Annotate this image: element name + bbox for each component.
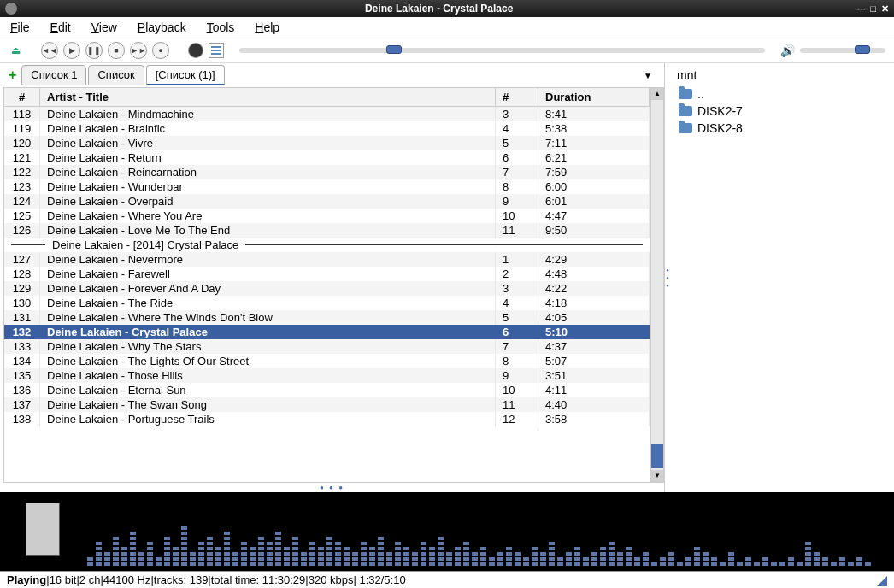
header-number[interactable]: #	[4, 88, 40, 106]
album-separator: Deine Lakaien - [2014] Crystal Palace	[4, 238, 650, 252]
stop-button[interactable]: ■	[108, 42, 125, 59]
playlist-row[interactable]: 138Deine Lakaien - Portuguese Trails123:…	[4, 412, 650, 426]
browser-item[interactable]: DISK2-7	[675, 103, 889, 120]
playlist-row[interactable]: 119Deine Lakaien - Brainfic45:38	[4, 121, 650, 136]
folder-icon	[679, 89, 692, 99]
file-browser: mnt ..DISK2-7DISK2-8	[670, 63, 894, 492]
playlist-row[interactable]: 129Deine Lakaien - Forever And A Day34:2…	[4, 281, 650, 296]
volume-thumb[interactable]	[855, 45, 870, 54]
browser-item[interactable]: ..	[675, 85, 889, 103]
playlist-row[interactable]: 125Deine Lakaien - Where You Are104:47	[4, 209, 650, 223]
playlist-row[interactable]: 118Deine Lakaien - Mindmachine38:41	[4, 107, 650, 121]
playlist-row[interactable]: 133Deine Lakaien - Why The Stars74:37	[4, 339, 650, 354]
play-button[interactable]: ▶	[63, 42, 80, 59]
playlist-row[interactable]: 122Deine Lakaien - Reincarnation77:59	[4, 165, 650, 179]
playlist-row[interactable]: 131Deine Lakaien - Where The Winds Don't…	[4, 310, 650, 325]
record-button[interactable]: ●	[152, 42, 169, 59]
playlist-row[interactable]: 132Deine Lakaien - Crystal Palace65:10	[4, 325, 650, 339]
album-art[interactable]	[26, 503, 60, 556]
close-button[interactable]: ✕	[881, 3, 889, 15]
playlist-row[interactable]: 128Deine Lakaien - Farewell24:48	[4, 267, 650, 281]
pause-button[interactable]: ❚❚	[85, 42, 103, 59]
next-button[interactable]: ►►	[130, 42, 147, 59]
playlist-row[interactable]: 124Deine Lakaien - Overpaid96:01	[4, 194, 650, 209]
folder-icon	[679, 106, 692, 116]
menubar: FileEditViewPlaybackToolsHelp	[0, 17, 894, 38]
seek-slider[interactable]	[239, 48, 765, 53]
folder-icon	[679, 123, 692, 133]
volume-icon[interactable]: 🔊	[780, 44, 795, 57]
scroll-up[interactable]: ▲	[651, 88, 663, 100]
tabs-dropdown[interactable]: ▼	[644, 71, 652, 80]
add-playlist-button[interactable]: +	[5, 68, 20, 83]
shuffle-button[interactable]	[188, 43, 203, 58]
playlist-row[interactable]: 120Deine Lakaien - Vivre57:11	[4, 136, 650, 150]
playlist-tabs: + Список 1Список[Список (1)] ▼	[0, 63, 664, 87]
playlist-row[interactable]: 136Deine Lakaien - Eternal Sun104:11	[4, 383, 650, 397]
playlist-row[interactable]: 121Deine Lakaien - Return66:21	[4, 150, 650, 165]
minimize-button[interactable]: —	[856, 3, 865, 15]
resize-grip[interactable]	[877, 576, 887, 586]
visualizer[interactable]	[0, 492, 894, 571]
playlist-tab[interactable]: Список 1	[21, 65, 86, 85]
menu-edit[interactable]: Edit	[50, 21, 71, 34]
scroll-down[interactable]: ▼	[651, 470, 663, 482]
playlist[interactable]: # Artist - Title # Duration 118Deine Lak…	[3, 87, 650, 483]
playlist-scrollbar[interactable]: ▲ ▼	[650, 87, 664, 483]
playlist-row[interactable]: 130Deine Lakaien - The Ride44:18	[4, 296, 650, 310]
eject-button[interactable]: ⏏	[9, 44, 22, 57]
browser-path[interactable]: mnt	[675, 65, 889, 85]
maximize-button[interactable]: □	[870, 3, 876, 15]
scroll-thumb[interactable]	[651, 444, 663, 468]
playlist-row[interactable]: 137Deine Lakaien - The Swan Song114:40	[4, 397, 650, 412]
playlist-row[interactable]: 135Deine Lakaien - Those Hills93:51	[4, 368, 650, 383]
app-icon	[5, 3, 17, 15]
playlist-view-button[interactable]	[209, 43, 224, 58]
header-title[interactable]: Artist - Title	[40, 88, 496, 106]
menu-file[interactable]: File	[10, 21, 30, 34]
header-track[interactable]: #	[496, 88, 538, 106]
window-title: Deine Lakaien - Crystal Palace	[22, 3, 856, 15]
header-duration[interactable]: Duration	[538, 88, 650, 106]
previous-button[interactable]: ◄◄	[41, 42, 58, 59]
toolbar: ⏏ ◄◄ ▶ ❚❚ ■ ►► ● 🔊	[0, 38, 894, 63]
volume-slider[interactable]	[800, 48, 885, 53]
playlist-tab[interactable]: [Список (1)]	[146, 65, 225, 85]
playlist-header[interactable]: # Artist - Title # Duration	[4, 88, 650, 107]
playlist-row[interactable]: 123Deine Lakaien - Wunderbar86:00	[4, 179, 650, 194]
statusbar: Playing|16 bit|2 ch|44100 Hz|tracks: 139…	[0, 571, 894, 588]
playlist-row[interactable]: 127Deine Lakaien - Nevermore14:29	[4, 252, 650, 267]
playlist-row[interactable]: 134Deine Lakaien - The Lights Of Our Str…	[4, 354, 650, 368]
browser-item[interactable]: DISK2-8	[675, 120, 889, 137]
titlebar[interactable]: Deine Lakaien - Crystal Palace — □ ✕	[0, 0, 894, 17]
playlist-tab[interactable]: Список	[88, 65, 144, 85]
menu-tools[interactable]: Tools	[207, 21, 235, 34]
menu-playback[interactable]: Playback	[138, 21, 186, 34]
menu-help[interactable]: Help	[255, 21, 279, 34]
seek-thumb[interactable]	[386, 45, 402, 54]
playlist-row[interactable]: 126Deine Lakaien - Love Me To The End119…	[4, 223, 650, 238]
menu-view[interactable]: View	[91, 21, 117, 34]
horizontal-splitter[interactable]: ● ● ●	[0, 483, 664, 492]
